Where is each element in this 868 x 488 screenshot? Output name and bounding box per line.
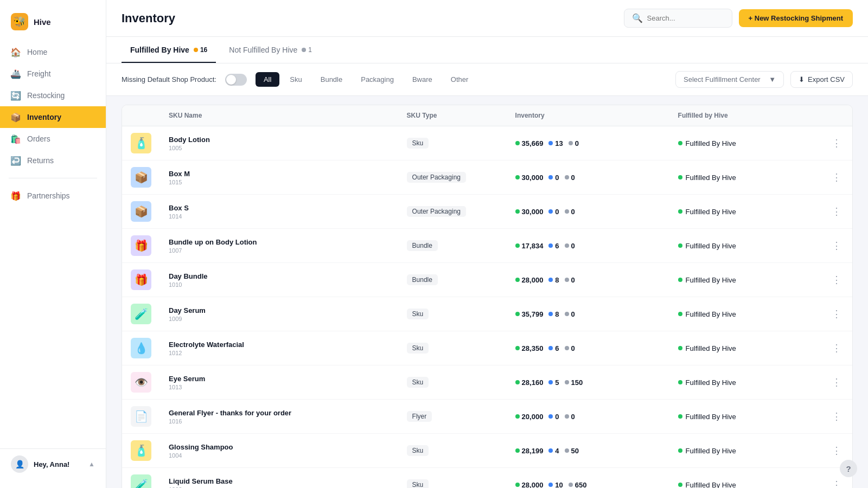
export-csv-button[interactable]: ⬇ Export CSV xyxy=(790,71,853,88)
inv-green-item: 28,000 xyxy=(515,481,544,489)
table-row[interactable]: 🎁 Day Bundle 1010 Bundle 28,000 8 xyxy=(122,263,852,297)
orders-icon: 🛍️ xyxy=(11,134,21,144)
more-options-button[interactable]: ⋮ xyxy=(829,306,844,322)
more-options-button[interactable]: ⋮ xyxy=(829,408,844,425)
table-row[interactable]: 🧪 Liquid Serum Base 1008 Sku 28,000 xyxy=(122,468,852,489)
fulfilled-info: Fulfilled By Hive ⋮ xyxy=(678,135,844,151)
inv-green-val: 28,199 xyxy=(522,447,544,455)
type-filter-bware[interactable]: Bware xyxy=(404,72,441,87)
more-options-button[interactable]: ⋮ xyxy=(829,477,844,488)
more-options-button[interactable]: ⋮ xyxy=(829,340,844,356)
sku-type-badge: Sku xyxy=(407,343,429,354)
inv-gray-val: 0 xyxy=(571,174,575,182)
table-row[interactable]: 👁️ Eye Serum 1013 Sku 28,160 5 xyxy=(122,365,852,400)
product-info: Bundle up on Body Lotion 1007 xyxy=(169,238,390,254)
table-row[interactable]: 🎁 Bundle up on Body Lotion 1007 Bundle 1… xyxy=(122,229,852,263)
blue-dot xyxy=(548,346,553,350)
inventory-cell: 28,350 6 0 xyxy=(507,331,669,365)
fulfilled-badge: Fulfilled By Hive xyxy=(678,447,736,455)
more-options-button[interactable]: ⋮ xyxy=(829,169,844,185)
table-row[interactable]: 🧴 Body Lotion 1005 Sku 35,669 13 xyxy=(122,126,852,160)
inv-green-item: 20,000 xyxy=(515,413,544,421)
product-thumbnail-cell: 🧴 xyxy=(122,126,160,160)
product-info: Box M 1015 xyxy=(169,170,390,185)
table-header-row: SKU Name SKU Type Inventory Fulfilled by… xyxy=(122,105,852,126)
inventory-values: 30,000 0 0 xyxy=(515,174,661,182)
user-profile[interactable]: 👤 Hey, Anna! ▲ xyxy=(0,448,106,479)
sidebar-item-restocking[interactable]: 🔄Restocking xyxy=(0,85,106,106)
type-filter-bundle[interactable]: Bundle xyxy=(312,72,350,87)
inv-gray-item: 0 xyxy=(565,344,575,352)
help-button[interactable]: ? xyxy=(840,460,857,477)
green-dot xyxy=(515,448,520,453)
sidebar-item-home[interactable]: 🏠Home xyxy=(0,41,106,63)
table-row[interactable]: 🧴 Glossing Shampoo 1004 Sku 28,199 xyxy=(122,434,852,468)
green-dot xyxy=(515,346,520,350)
sidebar-nav: 🏠Home🚢Freight🔄Restocking📦Inventory🛍️Orde… xyxy=(0,41,106,448)
tab-fulfilled[interactable]: Fulfilled By Hive16 xyxy=(122,37,216,63)
new-restocking-button[interactable]: + New Restocking Shipment xyxy=(739,9,853,27)
search-input[interactable] xyxy=(647,14,724,22)
table-row[interactable]: 🧪 Day Serum 1009 Sku 35,799 8 xyxy=(122,297,852,331)
tab-not-fulfilled[interactable]: Not Fulfilled By Hive1 xyxy=(220,37,321,63)
blue-dot xyxy=(548,209,553,214)
restocking-icon: 🔄 xyxy=(11,91,21,100)
inv-blue-val: 0 xyxy=(555,413,559,421)
type-filter-packaging[interactable]: Packaging xyxy=(353,72,402,87)
fulfilled-badge: Fulfilled By Hive xyxy=(678,310,736,318)
fulfilled-cell: Fulfilled By Hive ⋮ xyxy=(669,468,852,489)
fulfillment-select[interactable]: Select Fulfillment Center ▼ xyxy=(675,71,784,88)
inv-gray-val: 50 xyxy=(571,447,579,455)
product-thumbnail: 📄 xyxy=(131,406,151,427)
sidebar: 🐝 Hive 🏠Home🚢Freight🔄Restocking📦Inventor… xyxy=(0,0,106,488)
product-name-cell: General Flyer - thanks for your order 10… xyxy=(160,400,398,434)
table-row[interactable]: 📦 Box S 1014 Outer Packaging 30,000 xyxy=(122,195,852,229)
type-filter-other[interactable]: Other xyxy=(443,72,477,87)
missing-toggle[interactable] xyxy=(225,74,247,86)
type-filter-sku[interactable]: Sku xyxy=(282,72,310,87)
fulfilled-green-dot xyxy=(678,483,682,487)
fulfilled-info: Fulfilled By Hive ⋮ xyxy=(678,408,844,425)
product-details: Body Lotion 1005 xyxy=(169,136,210,151)
fulfilled-green-dot xyxy=(678,380,682,384)
inv-gray-val: 0 xyxy=(571,413,575,421)
sku-type-badge: Sku xyxy=(407,309,429,319)
product-name-cell: Day Bundle 1010 xyxy=(160,263,398,297)
product-thumbnail-cell: 📦 xyxy=(122,195,160,229)
more-options-button[interactable]: ⋮ xyxy=(829,237,844,254)
more-options-button[interactable]: ⋮ xyxy=(829,203,844,220)
sidebar-item-inventory[interactable]: 📦Inventory xyxy=(0,106,106,128)
more-options-button[interactable]: ⋮ xyxy=(829,272,844,288)
col-sku-name: SKU Name xyxy=(160,105,398,126)
nav-label: Returns xyxy=(27,156,54,165)
product-name: Box S xyxy=(169,204,189,212)
fulfilled-green-dot xyxy=(678,175,682,179)
more-options-button[interactable]: ⋮ xyxy=(829,374,844,390)
fulfilled-green-dot xyxy=(678,141,682,145)
inv-gray-item: 0 xyxy=(565,276,575,284)
blue-dot xyxy=(548,448,553,453)
product-details: Liquid Serum Base 1008 xyxy=(169,477,233,489)
table-row[interactable]: 📦 Box M 1015 Outer Packaging 30,000 xyxy=(122,160,852,195)
table-row[interactable]: 📄 General Flyer - thanks for your order … xyxy=(122,400,852,434)
more-options-button[interactable]: ⋮ xyxy=(829,442,844,459)
sidebar-item-partnerships[interactable]: 🎁Partnerships xyxy=(0,185,106,207)
inventory-cell: 17,834 6 0 xyxy=(507,229,669,263)
sidebar-item-freight[interactable]: 🚢Freight xyxy=(0,63,106,85)
more-options-button[interactable]: ⋮ xyxy=(829,135,844,151)
inv-gray-item: 0 xyxy=(565,174,575,182)
sidebar-item-returns[interactable]: ↩️Returns xyxy=(0,150,106,171)
fulfilled-green-dot xyxy=(678,243,682,248)
tab-count: 1 xyxy=(308,46,312,54)
sidebar-item-orders[interactable]: 🛍️Orders xyxy=(0,128,106,150)
table-row[interactable]: 💧 Electrolyte Waterfacial 1012 Sku 28,35… xyxy=(122,331,852,365)
fulfilled-label: Fulfilled By Hive xyxy=(686,174,736,182)
type-filter-all[interactable]: All xyxy=(256,72,279,87)
product-sku: 1013 xyxy=(169,384,205,390)
fulfilled-badge: Fulfilled By Hive xyxy=(678,139,736,147)
product-sku: 1010 xyxy=(169,281,208,288)
search-box[interactable]: 🔍 xyxy=(624,9,732,28)
header-actions: 🔍 + New Restocking Shipment xyxy=(624,9,853,28)
sku-type-badge: Outer Packaging xyxy=(407,206,466,217)
fulfilled-label: Fulfilled By Hive xyxy=(686,276,736,284)
